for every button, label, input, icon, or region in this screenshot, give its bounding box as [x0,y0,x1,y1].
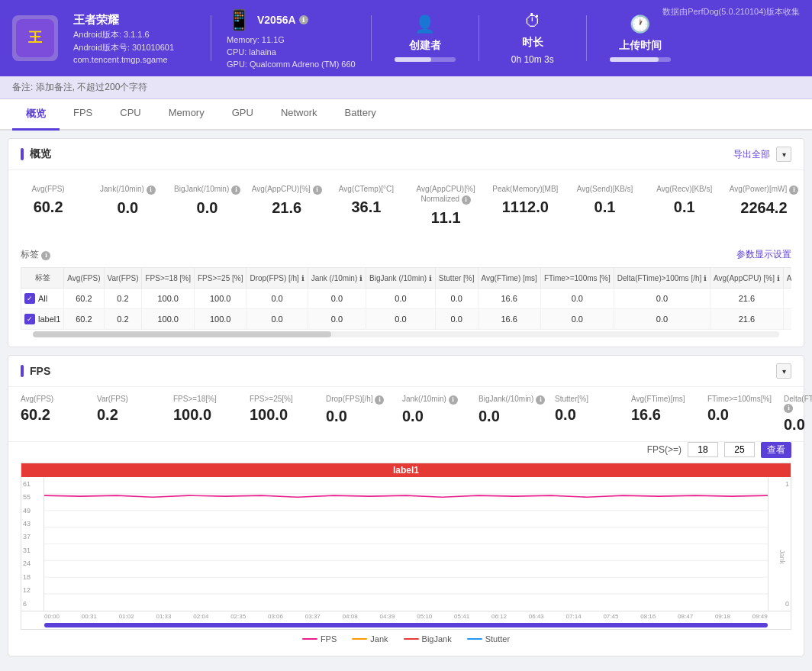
td-label-all: ✓All [21,289,64,309]
fps-bigjank-info-icon[interactable]: ℹ [536,395,545,405]
fps-stats-row: Avg(FPS) 60.2 Var(FPS) 0.2 FPS>=18[%] 10… [8,387,804,442]
td-label1-avgfps: 60.2 [64,309,104,330]
overview-stats-grid: Avg(FPS) 60.2 Jank(/10min) ℹ 0.0 BigJank… [8,170,804,240]
fps-stat-avgftime-label: Avg(FTime)[ms] [631,395,707,403]
tab-network[interactable]: Network [267,99,331,131]
bigjank-info-icon[interactable]: ℹ [231,185,240,195]
chart-scrollbar[interactable] [44,623,768,627]
header-divider-2 [371,15,372,61]
fps-gte-label: FPS(>=) [647,444,682,455]
labels-info-icon[interactable]: ℹ [41,251,50,260]
jank-y-1: 1 [770,480,789,488]
td-all-avgappcpu: 21.6 [710,289,784,309]
stat-avg-fps: Avg(FPS) 60.2 [8,178,88,233]
jank-y-label: Jank [778,550,785,564]
th-avgftime: Avg(FTime) [ms] [478,268,540,289]
overview-collapse-button[interactable]: ▾ [776,147,791,162]
appcpu-norm-info-icon[interactable]: ℹ [462,195,471,205]
device-info: 📱 V2056A ℹ Memory: 11.1G CPU: lahaina GP… [227,8,356,69]
fps-stat-dropfps: Drop(FPS)[/h] ℹ 0.0 [326,395,402,434]
overview-title: 概览 [21,147,51,161]
td-all-jank: 0.0 [308,289,366,309]
td-label1-avgftime: 16.6 [478,309,540,330]
th-varfps: Var(FPS) [104,268,142,289]
th-bigjank: BigJank (/10min) ℹ [366,268,436,289]
app-icon: 王 [12,15,58,61]
stat-bigjank: BigJank(/10min) ℹ 0.0 [167,178,246,233]
fps-set-button[interactable]: 查看 [761,442,791,458]
legend-bigjank-label: BigJank [422,634,452,644]
td-label-label1: ✓label1 [21,309,64,330]
fps-x-axis: 00:00 00:31 01:02 01:33 02:04 02:35 03:0… [21,611,791,621]
fps-chart-svg [44,477,768,611]
fps-threshold-2-input[interactable] [724,442,755,457]
svg-text:王: 王 [28,30,43,45]
td-all-appcpu60: 100.0 [783,289,791,309]
tab-gpu[interactable]: GPU [218,99,267,131]
tab-memory[interactable]: Memory [155,99,218,131]
table-row: ✓label1 60.2 0.2 100.0 100.0 0.0 0.0 0.0… [21,309,792,330]
device-gpu: GPU: Qualcomm Adreno (TM) 660 [227,60,356,69]
fps-plot-area: FPS [44,477,768,611]
y-24: 24 [23,560,42,567]
jank-y-0: 0 [770,600,789,608]
fps-stat-avgfps-value: 60.2 [21,406,97,424]
y-12: 12 [23,586,42,594]
fps-chart-controls: FPS(>=) 查看 [21,442,791,458]
nav-tabs: 概览 FPS CPU Memory GPU Network Battery [0,99,812,131]
fps-stat-deltaftime-value: 0.0 [784,416,812,434]
stat-send-label: Avg(Send)[KB/s] [568,184,641,194]
fps-chart-legend: FPS Jank BigJank Stutter [21,630,791,648]
tab-overview[interactable]: 概览 [12,99,60,131]
td-all-deltaftime: 0.0 [614,289,710,309]
export-all-button[interactable]: 导出全部 [733,148,770,161]
header-divider-4 [586,15,587,61]
stat-appcpu-norm: Avg(AppCPU)[%] Normalized ℹ 11.1 [406,178,485,233]
stat-memory-label: Peak(Memory)[MB] [488,184,562,194]
table-scrollbar[interactable] [33,331,779,337]
td-label1-ftime100: 0.0 [540,309,614,330]
td-label1-bigjank: 0.0 [366,309,436,330]
fps-stat-fps18: FPS>=18[%] 100.0 [173,395,250,434]
tab-battery[interactable]: Battery [331,99,390,131]
upload-icon: 🕐 [630,15,650,34]
creator-label: 创建者 [409,39,441,53]
stat-recv-value: 0.1 [648,198,721,216]
checkbox-label1[interactable]: ✓ [24,314,35,324]
checkbox-all[interactable]: ✓ [24,293,35,304]
tab-fps[interactable]: FPS [60,99,106,131]
th-label: 标签 [21,268,64,289]
appcpu-info-icon[interactable]: ℹ [313,185,322,195]
fps-stat-ftime100-label: FTime>=100ms[%] [707,395,784,403]
fps-jank-y-axis: 1 0 [768,477,791,611]
fps-stat-fps25-value: 100.0 [250,406,326,424]
legend-bigjank-dot [404,638,419,640]
fps-chart-body: 61 55 49 43 37 31 24 18 12 6 FPS [21,477,791,611]
fps-stat-bigjank-value: 0.0 [478,408,555,425]
y-31: 31 [23,547,42,554]
legend-jank-label: Jank [370,634,388,644]
fps-stat-stutter-value: 0.0 [555,406,631,424]
fps-threshold-1-input[interactable] [688,442,718,457]
y-49: 49 [23,507,42,515]
legend-stutter-label: Stutter [485,634,510,644]
jank-info-icon[interactable]: ℹ [147,185,156,195]
td-all-avgfps: 60.2 [64,289,104,309]
th-stutter: Stutter [%] [435,268,478,289]
fps-stat-fps25: FPS>=25[%] 100.0 [250,395,326,434]
table-header-row: 标签 Avg(FPS) Var(FPS) FPS>=18 [%] FPS>=25… [21,268,792,289]
stat-jank-label: Jank(/10min) ℹ [91,184,164,195]
power-info-icon[interactable]: ℹ [789,185,798,195]
device-info-icon[interactable]: ℹ [299,15,308,24]
settings-link[interactable]: 参数显示设置 [736,248,791,261]
td-label1-fps18: 100.0 [142,309,194,330]
header-divider-1 [211,15,211,61]
y-43: 43 [23,520,42,527]
dropfps-info-icon[interactable]: ℹ [375,395,384,405]
stat-avg-fps-label: Avg(FPS) [11,184,85,194]
fps-stat-jank: Jank(/10min) ℹ 0.0 [402,395,478,434]
fps-collapse-button[interactable]: ▾ [776,363,791,379]
fps-deltaftime-info-icon[interactable]: ℹ [784,404,793,413]
fps-jank-info-icon[interactable]: ℹ [449,395,458,405]
tab-cpu[interactable]: CPU [106,99,154,131]
